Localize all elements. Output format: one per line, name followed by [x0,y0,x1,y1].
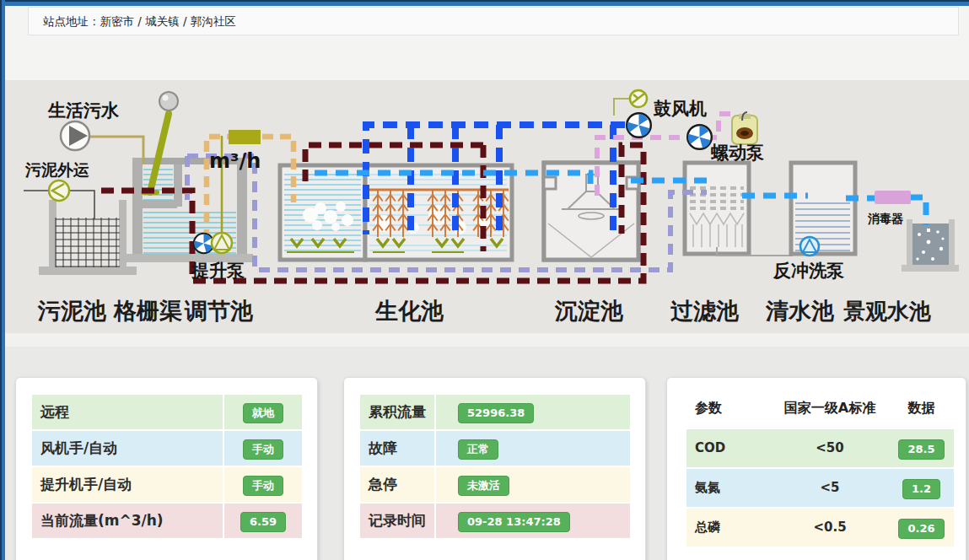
label-lift-pump: 提升泵 [191,261,245,281]
blower-valve-icon [614,90,647,116]
blower-fan-icon [627,113,651,137]
quality-header-row: 参数 国家一级A标准 数据 [686,389,954,428]
param-name: 氨氮 [686,469,771,507]
flow-row-total: 累积流量 52996.38 [360,395,630,429]
row-label: 故障 [360,431,434,466]
fault-status-badge[interactable]: 正常 [458,439,498,460]
process-flow-svg: 生活污水 污泥外运 m³/h 提升泵 鼓风机 螺动泵 消毒器 反冲洗泵 污泥池 … [0,80,969,333]
header-param: 参数 [686,389,771,428]
tp-value-badge[interactable]: 0.26 [898,519,944,539]
lift-pump-icon [194,233,232,253]
remote-status-badge[interactable]: 就地 [243,403,283,423]
row-label: 远程 [32,395,223,429]
param-name: 总磷 [686,509,771,547]
lift-mode-badge[interactable]: 手动 [243,476,283,496]
tank-label-grid: 格栅渠 [113,298,182,324]
tank-label-filter: 过滤池 [670,298,739,324]
param-name: COD [686,429,771,467]
row-label: 急停 [360,467,434,502]
tank-label-clean: 清水池 [765,298,834,324]
sludge-out-valve-icon [24,180,94,219]
total-flow-badge[interactable]: 52996.38 [458,403,534,423]
row-label: 累积流量 [360,395,434,429]
dosing-jar-icon [732,112,757,144]
tank-biochemical [365,165,512,260]
header-data: 数据 [889,389,954,428]
dosing-fan-icon [687,125,712,149]
label-backwash-pump: 反冲洗泵 [773,261,844,281]
inlet-pump-icon [61,121,89,150]
tank-sludge [39,200,137,275]
sludge-grid [56,218,120,267]
row-label: 记录时间 [360,503,434,538]
row-label: 提升机手/自动 [32,467,223,502]
quality-row-tp: 总磷 <0.5 0.26 [686,509,954,547]
row-label: 风机手/自动 [32,431,223,466]
status-panel: 远程 就地 风机手/自动 手动 提升机手/自动 手动 当前流量(m^3/h) 6… [15,377,318,560]
estop-status-badge[interactable]: 未激活 [458,476,509,496]
param-standard: <5 [771,469,889,507]
status-row-remote: 远程 就地 [32,395,302,429]
tank-label-sludge: 污泥池 [37,298,106,324]
backwash-pump-icon [800,237,819,256]
label-inlet: 生活污水 [47,100,120,121]
label-sludge-out: 污泥外运 [24,160,89,179]
quality-row-nh3: 氨氮 <5 1.2 [686,469,954,507]
param-standard: <50 [771,429,889,467]
current-flow-badge[interactable]: 6.59 [240,512,286,532]
row-label: 当前流量(m^3/h) [32,503,223,538]
header-standard: 国家一级A标准 [771,389,889,428]
fan-mode-badge[interactable]: 手动 [243,439,283,460]
label-blower: 鼓风机 [653,99,707,119]
quality-panel: 参数 国家一级A标准 数据 COD <50 28.5 氨氮 <5 1.2 总磷 … [666,377,966,560]
site-address-text: 站点地址：新密市 / 城关镇 / 郭沟社区 [43,14,236,28]
flow-row-record-time: 记录时间 09-28 13:47:28 [360,503,630,538]
bar-screen [150,114,169,192]
tank-label-landscape: 景观水池 [842,299,931,324]
screen-drive-ball [159,92,178,110]
process-diagram: 生活污水 污泥外运 m³/h 提升泵 鼓风机 螺动泵 消毒器 反冲洗泵 污泥池 … [0,80,969,333]
tank-filter [685,163,793,256]
status-row-fan-mode: 风机手/自动 手动 [32,431,302,466]
label-dosing-pump: 螺动泵 [710,143,764,163]
flow-panel: 累积流量 52996.38 故障 正常 急停 未激活 记录时间 09-28 13… [343,377,646,560]
label-flow-unit: m³/h [209,149,261,173]
breadcrumb: 站点地址：新密市 / 城关镇 / 郭沟社区 [28,7,959,35]
tank-label-bio: 生化池 [374,298,444,324]
cod-value-badge[interactable]: 28.5 [898,439,944,460]
status-row-lift-mode: 提升机手/自动 手动 [32,467,302,502]
top-accent-bar [0,0,969,6]
flow-row-estop: 急停 未激活 [360,467,630,502]
label-disinfector: 消毒器 [867,212,904,225]
status-row-current-flow: 当前流量(m^3/h) 6.59 [32,503,302,538]
tank-clean-water [791,163,855,256]
tank-label-equalization: 调节池 [184,298,253,324]
record-time-badge[interactable]: 09-28 13:47:28 [458,512,570,532]
tank-landscape-pool [902,219,959,272]
left-accent-stripe [0,0,5,560]
tank-label-sedimentation: 沉淀池 [554,298,623,324]
disinfector-box [875,191,911,204]
flow-meter [229,130,261,144]
divider-band [0,333,969,347]
nh3-value-badge[interactable]: 1.2 [902,479,940,499]
param-standard: <0.5 [771,509,889,547]
quality-row-cod: COD <50 28.5 [686,429,954,467]
flow-row-fault: 故障 正常 [360,431,630,466]
